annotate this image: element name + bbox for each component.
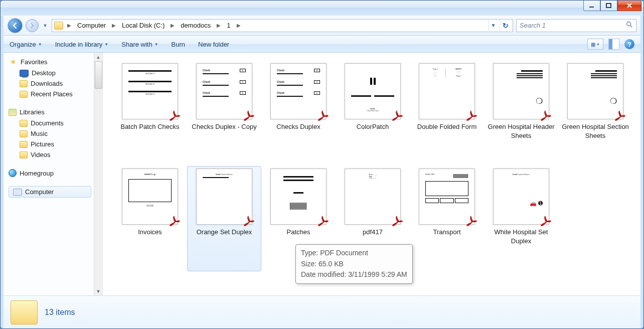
pdf-icon: [391, 215, 404, 228]
new-folder-button[interactable]: New folder: [198, 41, 229, 48]
file-item[interactable]: NEW BATCHNEW BATCHNEW BATCHBatch Patch C…: [113, 61, 187, 166]
file-item[interactable]: Check$...Check$...Check$...Checks Duplex: [261, 61, 336, 166]
file-label: Green Hospital Header Sheets: [487, 122, 555, 140]
file-thumbnail: ❍: [493, 63, 549, 119]
share-with-menu[interactable]: Share with▼: [121, 41, 158, 48]
svg-line-3: [630, 26, 632, 28]
pdf-icon: [539, 215, 552, 228]
history-dropdown[interactable]: ▼: [42, 18, 49, 33]
navigation-pane: ★ Favorites Desktop Downloads Recent Pla…: [4, 53, 103, 295]
sidebar-label: Libraries: [20, 108, 45, 116]
chevron-right-icon[interactable]: ▶: [170, 23, 176, 28]
desktop-icon: [20, 70, 29, 77]
close-button[interactable]: [617, 0, 641, 11]
file-thumbnail: ❍: [567, 63, 623, 119]
sidebar-libraries[interactable]: Libraries: [9, 106, 102, 118]
address-bar[interactable]: ▶ Computer ▶ Local Disk (C:) ▶ demodocs …: [52, 19, 513, 32]
file-thumbnail: NEW BATCHNEW BATCHNEW BATCH: [122, 63, 178, 119]
file-item[interactable]: KodakColor Patch CardColorPatch: [336, 61, 410, 166]
preview-pane-button[interactable]: [608, 39, 619, 50]
chevron-right-icon[interactable]: ▶: [236, 23, 242, 28]
file-item[interactable]: ❍Green Hospital Section Sheets: [558, 61, 632, 166]
sidebar-item-downloads[interactable]: Downloads: [9, 78, 102, 89]
address-dropdown[interactable]: ▼: [489, 20, 498, 31]
file-label: ColorPatch: [357, 122, 389, 131]
sidebar-item-desktop[interactable]: Desktop: [9, 68, 102, 78]
file-thumbnail: Page 4...........................SURVEY.…: [419, 63, 475, 119]
breadcrumb-localdisk[interactable]: Local Disk (C:): [120, 21, 167, 30]
folder-icon: [20, 91, 28, 98]
file-tooltip: Type: PDF Document Size: 65.0 KB Date mo…: [295, 244, 413, 284]
file-item[interactable]: Page 4...........................SURVEY.…: [410, 61, 484, 166]
file-thumbnail: Name: ____Addr: ____City: ____: [345, 169, 401, 225]
svg-rect-0: [589, 7, 594, 8]
sidebar-item-documents[interactable]: Documents: [9, 118, 102, 128]
sidebar-item-videos[interactable]: Videos: [9, 149, 102, 160]
file-item[interactable]: Kodak Capture SoftwareOrange Set Duplex: [187, 166, 261, 271]
sidebar-homegroup[interactable]: Homegroup: [9, 167, 102, 179]
chevron-right-icon[interactable]: ▶: [66, 23, 72, 28]
folder-icon: [11, 300, 38, 324]
scroll-thumb[interactable]: [95, 61, 102, 89]
include-in-library-menu[interactable]: Include in library▼: [55, 41, 109, 48]
chevron-right-icon[interactable]: ▶: [216, 23, 222, 28]
search-placeholder: Search 1: [520, 22, 546, 29]
sidebar-scrollbar[interactable]: ▲ ▼: [94, 53, 102, 295]
pdf-icon: [465, 109, 478, 122]
body: ★ Favorites Desktop Downloads Recent Pla…: [4, 53, 640, 295]
pdf-icon: [613, 109, 626, 122]
pdf-icon: [316, 109, 330, 122]
organize-menu[interactable]: Organize▼: [10, 41, 42, 48]
file-item[interactable]: SAFARI PCs 🦓|||||||| |||||||||Invoices: [113, 166, 187, 271]
file-label: Transport: [433, 228, 460, 237]
svg-point-2: [627, 22, 631, 26]
sidebar-computer[interactable]: Computer: [9, 186, 91, 198]
file-label: pdf417: [363, 228, 383, 237]
pdf-icon: [316, 215, 330, 228]
file-label: Checks Duplex: [276, 122, 320, 131]
sidebar-label: Favorites: [21, 58, 47, 66]
file-list[interactable]: NEW BATCHNEW BATCHNEW BATCHBatch Patch C…: [103, 53, 640, 295]
refresh-button[interactable]: ↻: [500, 20, 511, 31]
pdf-icon: [391, 109, 404, 122]
scroll-down-icon[interactable]: ▼: [94, 287, 102, 295]
file-item[interactable]: Kodak Capture Software🚗 ➊White Hospital …: [484, 166, 558, 271]
pdf-icon: [465, 215, 478, 228]
file-item[interactable]: ACME CORPTransport: [410, 166, 484, 271]
breadcrumb-computer[interactable]: Computer: [75, 21, 108, 30]
help-button[interactable]: ?: [624, 39, 634, 49]
back-button[interactable]: [8, 18, 23, 33]
breadcrumb-demodocs[interactable]: demodocs: [179, 21, 213, 30]
sidebar-label: Computer: [25, 188, 54, 196]
file-label: Green Hospital Section Sheets: [561, 122, 629, 140]
navbar: ▼ ▶ Computer ▶ Local Disk (C:) ▶ demodoc…: [4, 16, 640, 36]
sidebar-item-pictures[interactable]: Pictures: [9, 139, 102, 149]
file-item[interactable]: ❍Green Hospital Header Sheets: [484, 61, 558, 166]
file-item[interactable]: Check$...Check$...Check$...Checks Duplex…: [187, 61, 261, 166]
breadcrumb-1[interactable]: 1: [225, 21, 232, 30]
file-label: White Hospital Set Duplex: [487, 228, 555, 245]
burn-button[interactable]: Burn: [172, 41, 185, 48]
file-label: Batch Patch Checks: [120, 122, 179, 131]
status-item-count: 13 items: [45, 308, 75, 317]
file-thumbnail: Check$...Check$...Check$...: [196, 63, 252, 119]
tooltip-type: Type: PDF Document: [301, 248, 407, 259]
sidebar-item-music[interactable]: Music: [9, 128, 102, 139]
file-thumbnail: Kodak Capture Software: [196, 169, 252, 225]
pdf-icon: [539, 109, 552, 122]
scroll-up-icon[interactable]: ▲: [94, 53, 102, 61]
file-label: Invoices: [138, 228, 162, 237]
pdf-icon: [242, 215, 255, 228]
minimize-button[interactable]: [583, 0, 600, 11]
tooltip-size: Size: 65.0 KB: [301, 259, 407, 270]
search-input[interactable]: Search 1: [516, 19, 636, 32]
forward-button[interactable]: [26, 19, 39, 32]
libraries-icon: [9, 109, 17, 116]
file-thumbnail: ACME CORP: [419, 169, 475, 225]
chevron-right-icon[interactable]: ▶: [111, 23, 117, 28]
sidebar-item-recent-places[interactable]: Recent Places: [9, 89, 102, 99]
sidebar-favorites[interactable]: ★ Favorites: [9, 56, 102, 68]
pdf-icon: [242, 109, 255, 122]
view-options-button[interactable]: ▦ ▼: [587, 39, 603, 50]
maximize-button[interactable]: [600, 0, 617, 11]
